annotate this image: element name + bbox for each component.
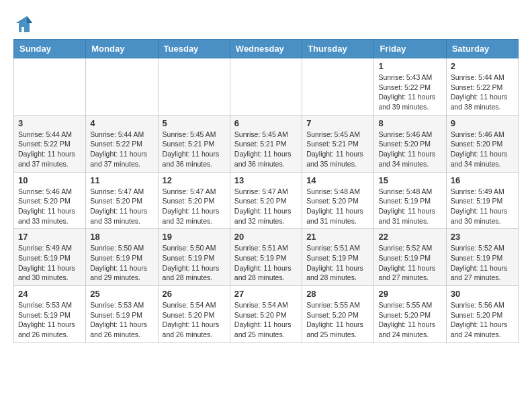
day-number: 3 — [18, 118, 81, 128]
day-info: Sunrise: 5:44 AM Sunset: 5:22 PM Dayligh… — [451, 73, 514, 112]
calendar-cell: 24Sunrise: 5:53 AM Sunset: 5:19 PM Dayli… — [14, 286, 86, 343]
day-info: Sunrise: 5:51 AM Sunset: 5:19 PM Dayligh… — [306, 243, 369, 283]
header-row — [13, 13, 519, 35]
day-number: 25 — [90, 289, 153, 299]
calendar-weekday-header: Friday — [374, 40, 446, 58]
calendar-cell: 8Sunrise: 5:46 AM Sunset: 5:20 PM Daylig… — [374, 115, 446, 172]
calendar-cell: 30Sunrise: 5:56 AM Sunset: 5:20 PM Dayli… — [446, 286, 518, 343]
calendar-cell — [14, 58, 86, 116]
day-number: 7 — [306, 118, 369, 128]
calendar-cell: 3Sunrise: 5:44 AM Sunset: 5:22 PM Daylig… — [14, 115, 86, 172]
day-number: 15 — [378, 175, 441, 185]
calendar-week-row: 17Sunrise: 5:49 AM Sunset: 5:19 PM Dayli… — [14, 229, 519, 286]
day-info: Sunrise: 5:47 AM Sunset: 5:20 PM Dayligh… — [90, 187, 153, 226]
day-number: 12 — [163, 175, 226, 185]
day-info: Sunrise: 5:46 AM Sunset: 5:20 PM Dayligh… — [18, 187, 81, 226]
day-number: 26 — [163, 289, 226, 299]
day-info: Sunrise: 5:53 AM Sunset: 5:19 PM Dayligh… — [18, 300, 81, 340]
day-info: Sunrise: 5:46 AM Sunset: 5:20 PM Dayligh… — [378, 130, 441, 169]
day-number: 14 — [306, 175, 369, 185]
day-info: Sunrise: 5:43 AM Sunset: 5:22 PM Dayligh… — [378, 73, 441, 112]
calendar-header-row: SundayMondayTuesdayWednesdayThursdayFrid… — [14, 40, 519, 58]
calendar-weekday-header: Monday — [86, 40, 158, 58]
calendar-week-row: 24Sunrise: 5:53 AM Sunset: 5:19 PM Dayli… — [14, 286, 519, 343]
calendar-cell: 19Sunrise: 5:50 AM Sunset: 5:19 PM Dayli… — [158, 229, 230, 286]
logo-icon — [13, 13, 35, 35]
logo — [13, 13, 38, 35]
calendar-cell: 27Sunrise: 5:54 AM Sunset: 5:20 PM Dayli… — [230, 286, 302, 343]
calendar-cell: 29Sunrise: 5:55 AM Sunset: 5:20 PM Dayli… — [374, 286, 446, 343]
calendar-cell: 22Sunrise: 5:52 AM Sunset: 5:19 PM Dayli… — [374, 229, 446, 286]
calendar-cell: 6Sunrise: 5:45 AM Sunset: 5:21 PM Daylig… — [230, 115, 302, 172]
calendar-cell: 4Sunrise: 5:44 AM Sunset: 5:22 PM Daylig… — [86, 115, 158, 172]
day-info: Sunrise: 5:55 AM Sunset: 5:20 PM Dayligh… — [306, 300, 369, 340]
calendar-week-row: 10Sunrise: 5:46 AM Sunset: 5:20 PM Dayli… — [14, 172, 519, 229]
calendar-cell: 28Sunrise: 5:55 AM Sunset: 5:20 PM Dayli… — [302, 286, 374, 343]
day-info: Sunrise: 5:44 AM Sunset: 5:22 PM Dayligh… — [18, 130, 81, 169]
day-info: Sunrise: 5:51 AM Sunset: 5:19 PM Dayligh… — [234, 243, 298, 283]
day-number: 1 — [378, 61, 441, 71]
calendar-week-row: 3Sunrise: 5:44 AM Sunset: 5:22 PM Daylig… — [14, 115, 519, 172]
day-info: Sunrise: 5:54 AM Sunset: 5:20 PM Dayligh… — [163, 300, 226, 340]
day-number: 8 — [378, 118, 441, 128]
calendar-cell — [302, 58, 374, 116]
calendar-cell: 13Sunrise: 5:47 AM Sunset: 5:20 PM Dayli… — [230, 172, 302, 229]
day-info: Sunrise: 5:49 AM Sunset: 5:19 PM Dayligh… — [18, 243, 81, 283]
calendar-cell: 26Sunrise: 5:54 AM Sunset: 5:20 PM Dayli… — [158, 286, 230, 343]
day-number: 30 — [451, 289, 514, 299]
day-info: Sunrise: 5:56 AM Sunset: 5:20 PM Dayligh… — [451, 300, 514, 340]
calendar-cell: 25Sunrise: 5:53 AM Sunset: 5:19 PM Dayli… — [86, 286, 158, 343]
calendar-cell: 17Sunrise: 5:49 AM Sunset: 5:19 PM Dayli… — [14, 229, 86, 286]
day-number: 24 — [18, 289, 81, 299]
day-number: 6 — [234, 118, 298, 128]
calendar-cell: 12Sunrise: 5:47 AM Sunset: 5:20 PM Dayli… — [158, 172, 230, 229]
day-info: Sunrise: 5:52 AM Sunset: 5:19 PM Dayligh… — [378, 243, 441, 283]
day-number: 9 — [451, 118, 514, 128]
calendar-cell: 2Sunrise: 5:44 AM Sunset: 5:22 PM Daylig… — [446, 58, 518, 116]
day-number: 27 — [234, 289, 298, 299]
day-info: Sunrise: 5:48 AM Sunset: 5:19 PM Dayligh… — [378, 187, 441, 226]
day-info: Sunrise: 5:52 AM Sunset: 5:19 PM Dayligh… — [451, 243, 514, 283]
calendar-cell — [86, 58, 158, 116]
day-info: Sunrise: 5:55 AM Sunset: 5:20 PM Dayligh… — [378, 300, 441, 340]
day-number: 10 — [18, 175, 81, 185]
svg-marker-2 — [27, 16, 32, 23]
page-container: SundayMondayTuesdayWednesdayThursdayFrid… — [0, 0, 532, 350]
day-number: 16 — [451, 175, 514, 185]
day-info: Sunrise: 5:54 AM Sunset: 5:20 PM Dayligh… — [234, 300, 298, 340]
calendar-weekday-header: Tuesday — [158, 40, 230, 58]
day-info: Sunrise: 5:49 AM Sunset: 5:19 PM Dayligh… — [451, 187, 514, 226]
day-info: Sunrise: 5:45 AM Sunset: 5:21 PM Dayligh… — [306, 130, 369, 169]
day-number: 21 — [306, 232, 369, 242]
day-info: Sunrise: 5:50 AM Sunset: 5:19 PM Dayligh… — [90, 243, 153, 283]
day-info: Sunrise: 5:48 AM Sunset: 5:20 PM Dayligh… — [306, 187, 369, 226]
day-number: 29 — [378, 289, 441, 299]
calendar-cell: 18Sunrise: 5:50 AM Sunset: 5:19 PM Dayli… — [86, 229, 158, 286]
calendar-table: SundayMondayTuesdayWednesdayThursdayFrid… — [13, 39, 519, 343]
day-info: Sunrise: 5:45 AM Sunset: 5:21 PM Dayligh… — [234, 130, 298, 169]
calendar-cell — [230, 58, 302, 116]
day-number: 23 — [451, 232, 514, 242]
day-number: 20 — [234, 232, 298, 242]
calendar-weekday-header: Saturday — [446, 40, 518, 58]
day-info: Sunrise: 5:47 AM Sunset: 5:20 PM Dayligh… — [163, 187, 226, 226]
calendar-cell: 9Sunrise: 5:46 AM Sunset: 5:20 PM Daylig… — [446, 115, 518, 172]
calendar-week-row: 1Sunrise: 5:43 AM Sunset: 5:22 PM Daylig… — [14, 58, 519, 116]
calendar-cell: 10Sunrise: 5:46 AM Sunset: 5:20 PM Dayli… — [14, 172, 86, 229]
calendar-cell: 16Sunrise: 5:49 AM Sunset: 5:19 PM Dayli… — [446, 172, 518, 229]
calendar-cell: 14Sunrise: 5:48 AM Sunset: 5:20 PM Dayli… — [302, 172, 374, 229]
day-number: 11 — [90, 175, 153, 185]
calendar-cell: 15Sunrise: 5:48 AM Sunset: 5:19 PM Dayli… — [374, 172, 446, 229]
day-info: Sunrise: 5:45 AM Sunset: 5:21 PM Dayligh… — [163, 130, 226, 169]
day-number: 22 — [378, 232, 441, 242]
day-info: Sunrise: 5:50 AM Sunset: 5:19 PM Dayligh… — [163, 243, 226, 283]
calendar-cell: 20Sunrise: 5:51 AM Sunset: 5:19 PM Dayli… — [230, 229, 302, 286]
day-number: 13 — [234, 175, 298, 185]
calendar-cell: 7Sunrise: 5:45 AM Sunset: 5:21 PM Daylig… — [302, 115, 374, 172]
calendar-cell — [158, 58, 230, 116]
day-info: Sunrise: 5:47 AM Sunset: 5:20 PM Dayligh… — [234, 187, 298, 226]
day-info: Sunrise: 5:44 AM Sunset: 5:22 PM Dayligh… — [90, 130, 153, 169]
day-number: 18 — [90, 232, 153, 242]
svg-marker-1 — [16, 16, 32, 32]
calendar-weekday-header: Sunday — [14, 40, 86, 58]
